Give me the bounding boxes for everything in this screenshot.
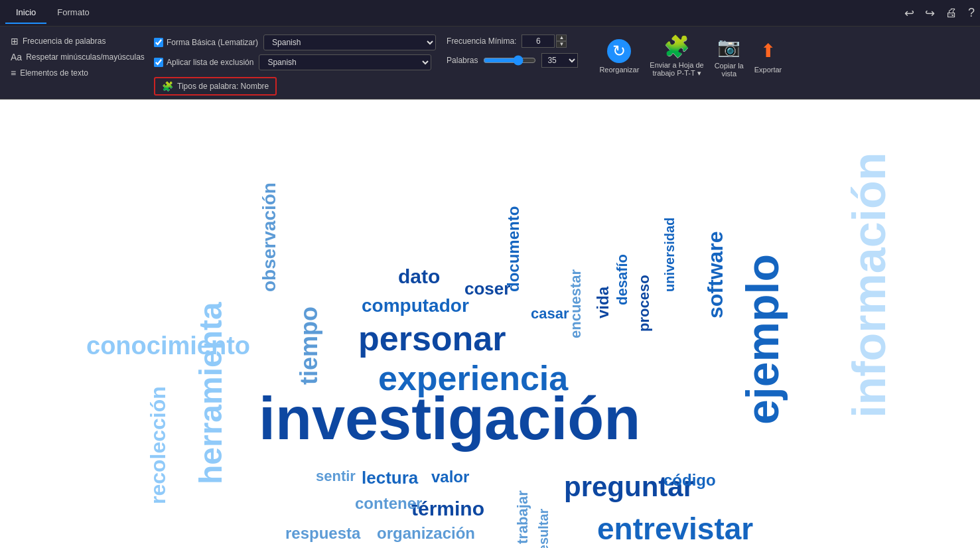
tab-inicio[interactable]: Inicio <box>5 2 46 24</box>
toolbar-freq-panel: Frecuencia Mínima: ▲ ▼ Palabras 35 <box>436 32 589 70</box>
aplicar-lista-dropdown[interactable]: Spanish <box>259 54 431 70</box>
word-type-button[interactable]: 🧩 Tipos de palabra: Nombre <box>154 77 277 96</box>
word-cloud-item[interactable]: software <box>703 231 728 318</box>
frecuencia-minima-input[interactable] <box>522 34 555 48</box>
help-icon[interactable]: ? <box>968 6 975 20</box>
enviar-icon: 🧩 <box>665 34 689 58</box>
aplicar-lista-checkbox[interactable] <box>154 58 163 67</box>
freq-palabras-label: Frecuencia de palabras <box>23 36 105 46</box>
word-cloud-item[interactable]: lectura <box>362 468 418 488</box>
enviar-label: Enviar a Hoja de trabajo P-T-T ▾ <box>650 61 703 78</box>
redo-icon[interactable]: ↪ <box>925 6 935 21</box>
word-cloud-item[interactable]: contener <box>355 494 422 513</box>
frecuencia-minima-row: Frecuencia Mínima: ▲ ▼ <box>447 34 578 48</box>
frecuencia-minima-label: Frecuencia Mínima: <box>447 36 516 46</box>
aplicar-lista-row: Aplicar lista de exclusión Spanish <box>154 54 436 70</box>
reorganizar-button[interactable]: ↻ Reorganizar <box>599 39 639 74</box>
elementos-label: Elementos de texto <box>20 68 88 78</box>
word-cloud-item[interactable]: organización <box>377 524 475 543</box>
word-cloud-item[interactable]: personar <box>358 318 506 358</box>
word-cloud-item[interactable]: resultar <box>536 509 551 548</box>
word-type-label: Tipos de palabra: Nombre <box>177 82 269 91</box>
copiar-icon: 📷 <box>717 35 741 59</box>
word-cloud-item[interactable]: desafío <box>614 254 631 305</box>
word-cloud-item[interactable]: proceso <box>636 275 653 332</box>
toolbar-middle-panel: Forma Básica (Lematizar) Spanish Aplicar… <box>154 32 436 96</box>
toolbar-left-panel: ⊞ Frecuencia de palabras Aa Respetar min… <box>8 32 154 80</box>
toolbar-actions: ↻ Reorganizar 🧩 Enviar a Hoja de trabajo… <box>589 32 792 80</box>
palabras-label: Palabras <box>447 56 478 65</box>
palabras-select[interactable]: 35 <box>541 53 578 68</box>
word-cloud-item[interactable]: vida <box>594 287 612 318</box>
exportar-icon: ⬆ <box>756 39 780 63</box>
word-cloud-item[interactable]: término <box>411 498 484 520</box>
print-icon[interactable]: 🖨 <box>945 6 957 20</box>
puzzle-small-icon: 🧩 <box>162 81 173 92</box>
forma-basica-label: Forma Básica (Lematizar) <box>154 38 258 47</box>
word-cloud-item[interactable]: ejemplo <box>736 254 788 425</box>
case-icon: Aa <box>11 52 22 62</box>
palabras-row: Palabras 35 <box>447 53 578 68</box>
exportar-button[interactable]: ⬆ Exportar <box>754 39 782 74</box>
word-cloud-item[interactable]: casar <box>531 305 569 322</box>
word-cloud-item[interactable]: código <box>664 471 716 490</box>
word-cloud-item[interactable]: tiempo <box>295 307 323 385</box>
freq-palabras-item[interactable]: ⊞ Frecuencia de palabras <box>8 34 154 48</box>
word-cloud-item[interactable]: dato <box>398 265 440 288</box>
reorganizar-label: Reorganizar <box>599 66 639 74</box>
word-cloud-item[interactable]: respuesta <box>285 524 360 543</box>
enviar-button[interactable]: 🧩 Enviar a Hoja de trabajo P-T-T ▾ <box>650 34 703 78</box>
word-cloud-item[interactable]: entrevistar <box>597 511 753 547</box>
word-cloud-item[interactable]: computador <box>362 295 469 316</box>
toolbar: ⊞ Frecuencia de palabras Aa Respetar min… <box>0 27 980 100</box>
palabras-slider[interactable] <box>483 55 536 66</box>
word-cloud-item[interactable]: coser <box>464 279 510 299</box>
exportar-label: Exportar <box>754 66 782 74</box>
list-icon: ≡ <box>11 68 16 78</box>
grid-icon: ⊞ <box>11 36 19 46</box>
freq-up-button[interactable]: ▲ <box>556 34 567 41</box>
frecuencia-spinner: ▲ ▼ <box>556 34 567 48</box>
tab-formato[interactable]: Formato <box>46 2 100 24</box>
copiar-label: Copiar la vista <box>715 62 744 78</box>
word-cloud-item[interactable]: experiencia <box>378 358 568 398</box>
word-cloud-item[interactable]: valor <box>431 468 469 486</box>
copiar-button[interactable]: 📷 Copiar la vista <box>715 35 744 78</box>
word-cloud-item[interactable]: sentir <box>316 468 356 485</box>
reorganizar-icon: ↻ <box>607 39 631 63</box>
freq-down-button[interactable]: ▼ <box>556 41 567 48</box>
word-cloud-item[interactable]: universidad <box>662 218 677 292</box>
title-bar: Inicio Formato ↩ ↪ 🖨 ? <box>0 0 980 27</box>
forma-basica-dropdown[interactable]: Spanish <box>263 34 436 50</box>
word-cloud-item[interactable]: encuestar <box>567 269 585 338</box>
wordcloud-area: investigaciónprocesarinformaciónejemploa… <box>0 100 980 548</box>
forma-basica-row: Forma Básica (Lematizar) Spanish <box>154 34 436 50</box>
word-cloud-item[interactable]: conocimiento <box>86 332 250 360</box>
word-cloud-item[interactable]: trabajar <box>514 490 531 544</box>
word-cloud-item[interactable]: herramienta <box>192 302 229 484</box>
word-cloud-item[interactable]: información <box>843 152 896 418</box>
aplicar-lista-label: Aplicar lista de exclusión <box>154 58 253 67</box>
undo-icon[interactable]: ↩ <box>904 6 914 21</box>
word-cloud-item[interactable]: recolección <box>146 386 171 504</box>
word-cloud-item[interactable]: documento <box>504 206 523 292</box>
elementos-item[interactable]: ≡ Elementos de texto <box>8 66 154 80</box>
respetar-item[interactable]: Aa Respetar minúsculas/mayúsculas <box>8 50 154 64</box>
word-cloud-item[interactable]: observación <box>259 182 280 292</box>
forma-basica-checkbox[interactable] <box>154 38 163 47</box>
respetar-label: Respetar minúsculas/mayúsculas <box>26 52 145 62</box>
